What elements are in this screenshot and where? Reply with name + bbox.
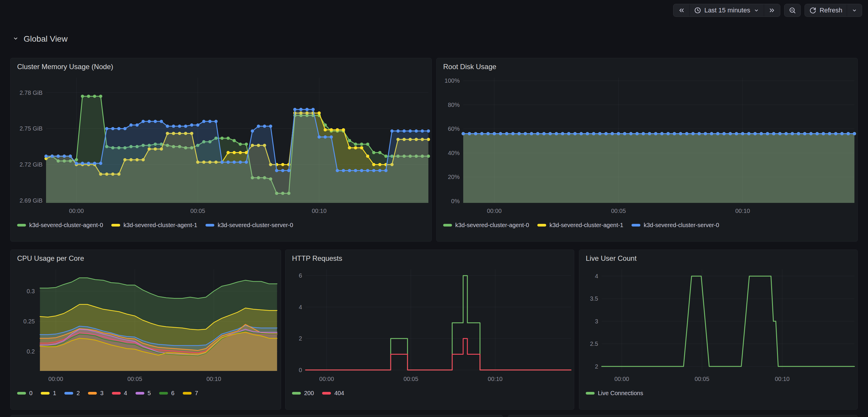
legend-item[interactable]: k3d-severed-cluster-server-0 (206, 222, 293, 229)
chart-area: 2.69 GiB2.72 GiB2.75 GiB2.78 GiB00:0000:… (11, 73, 431, 218)
svg-text:0.3: 0.3 (27, 288, 35, 294)
svg-text:00:00: 00:00 (614, 376, 629, 382)
legend-item[interactable]: 3 (88, 390, 103, 397)
legend-item[interactable]: 1 (41, 390, 56, 397)
svg-text:2.5: 2.5 (590, 340, 598, 347)
panel-title-cpu-per-core[interactable]: CPU Usage per Core (17, 254, 84, 263)
panel-title-cluster-memory[interactable]: Cluster Memory Usage (Node) (17, 63, 113, 71)
legend-swatch (88, 392, 97, 394)
legend-swatch (537, 224, 546, 227)
svg-text:00:00: 00:00 (487, 208, 502, 214)
legend-item[interactable]: 5 (135, 390, 151, 397)
legend-item[interactable]: k3d-severed-cluster-agent-1 (111, 222, 197, 229)
chart-cpu-per-core[interactable]: 0.20.250.300:0000:0500:10 (13, 265, 283, 386)
legend-label: 1 (53, 390, 56, 397)
panel-cpu-per-core: CPU Usage per Core0.20.250.300:0000:0500… (10, 249, 281, 410)
legend-label: Live Connections (598, 390, 643, 397)
chart-cluster-memory[interactable]: 2.69 GiB2.72 GiB2.75 GiB2.78 GiB00:0000:… (13, 73, 434, 218)
legend: k3d-severed-cluster-agent-0k3d-severed-c… (11, 218, 431, 235)
svg-text:00:05: 00:05 (611, 208, 626, 214)
svg-text:2.72 GiB: 2.72 GiB (20, 161, 42, 168)
svg-text:00:00: 00:00 (69, 208, 84, 214)
legend-item[interactable]: Live Connections (586, 390, 643, 397)
legend-item[interactable]: 6 (159, 390, 175, 397)
legend-label: k3d-severed-cluster-agent-0 (455, 222, 529, 229)
legend-label: 200 (304, 390, 314, 397)
legend-item[interactable]: k3d-severed-cluster-server-0 (631, 222, 719, 229)
time-picker-group: Last 15 minutes (673, 4, 780, 17)
row-global-view[interactable]: Global View (12, 34, 68, 44)
legend-label: 0 (29, 390, 32, 397)
svg-text:6: 6 (299, 272, 302, 279)
panel-title-root-disk[interactable]: Root Disk Usage (443, 63, 496, 71)
chart-root-disk[interactable]: 0%20%40%60%80%100%00:0000:0500:10 (439, 73, 860, 218)
legend-item[interactable]: k3d-severed-cluster-agent-0 (17, 222, 103, 229)
svg-text:00:05: 00:05 (404, 376, 418, 382)
legend-swatch (183, 392, 192, 394)
time-zoom-out-button[interactable] (784, 4, 800, 17)
svg-text:00:10: 00:10 (488, 376, 502, 382)
legend-item[interactable]: 4 (112, 390, 127, 397)
svg-text:100%: 100% (445, 78, 460, 84)
panel-title-live-user-count[interactable]: Live User Count (586, 254, 637, 263)
legend-item[interactable]: 7 (183, 390, 198, 397)
svg-text:00:00: 00:00 (319, 376, 334, 382)
legend-swatch (17, 224, 26, 227)
legend-label: k3d-severed-cluster-agent-1 (123, 222, 197, 229)
panel-header: Cluster Memory Usage (Node) (11, 58, 431, 73)
legend-label: 4 (124, 390, 127, 397)
legend-item[interactable]: 200 (292, 390, 314, 397)
time-shift-back-button[interactable] (674, 4, 689, 17)
svg-text:0.2: 0.2 (27, 348, 35, 355)
legend-swatch (135, 392, 144, 394)
panel-header: Root Disk Usage (437, 58, 857, 73)
legend-label: k3d-severed-cluster-server-0 (218, 222, 293, 229)
legend-swatch (631, 224, 640, 227)
legend-label: 7 (195, 390, 198, 397)
panel-root-disk: Root Disk Usage0%20%40%60%80%100%00:0000… (436, 58, 858, 242)
zoom-out-icon (789, 7, 796, 14)
panel-title-http-requests[interactable]: HTTP Requests (292, 254, 342, 263)
legend-label: k3d-severed-cluster-agent-0 (29, 222, 103, 229)
svg-text:2.78 GiB: 2.78 GiB (20, 89, 42, 96)
svg-text:4: 4 (299, 304, 302, 310)
svg-text:2: 2 (595, 363, 598, 370)
legend: Live Connections (579, 386, 857, 404)
svg-text:20%: 20% (448, 174, 460, 180)
refresh-interval-button[interactable] (847, 4, 862, 17)
legend-item[interactable]: k3d-severed-cluster-agent-0 (443, 222, 529, 229)
chart-area: 22.533.5400:0000:0500:10 (579, 265, 857, 386)
time-range-picker-button[interactable]: Last 15 minutes (689, 4, 764, 17)
refresh-label: Refresh (819, 7, 842, 13)
panel-live-user-count: Live User Count22.533.5400:0000:0500:10L… (579, 249, 858, 410)
time-shift-forward-button[interactable] (764, 4, 780, 17)
panel-cluster-memory: Cluster Memory Usage (Node)2.69 GiB2.72 … (10, 58, 432, 242)
legend-item[interactable]: 2 (64, 390, 80, 397)
legend-item[interactable]: 404 (322, 390, 344, 397)
legend-label: 3 (100, 390, 103, 397)
toolbar: Last 15 minutes Refresh (0, 0, 868, 20)
legend-item[interactable]: 0 (17, 390, 32, 397)
panel-partial-1 (10, 415, 503, 417)
panel-header: HTTP Requests (285, 250, 574, 265)
chevron-down-icon (753, 7, 760, 13)
panel-http-requests: HTTP Requests024600:0000:0500:10200404 (285, 249, 574, 410)
chart-live-user-count[interactable]: 22.533.5400:0000:0500:10 (582, 265, 860, 386)
svg-text:00:05: 00:05 (128, 376, 142, 382)
chevrons-right-icon (769, 7, 776, 14)
svg-text:00:00: 00:00 (49, 376, 63, 382)
svg-text:00:05: 00:05 (695, 376, 709, 382)
chart-http-requests[interactable]: 024600:0000:0500:10 (288, 265, 576, 386)
svg-text:40%: 40% (448, 150, 460, 156)
chart-area: 0%20%40%60%80%100%00:0000:0500:10 (437, 73, 857, 218)
legend-item[interactable]: k3d-severed-cluster-agent-1 (537, 222, 623, 229)
svg-text:0.25: 0.25 (23, 318, 35, 325)
refresh-button[interactable]: Refresh (805, 4, 847, 17)
svg-text:3.5: 3.5 (590, 295, 598, 302)
svg-text:3: 3 (595, 318, 598, 325)
row-title: Global View (24, 34, 68, 44)
legend-swatch (41, 392, 50, 394)
svg-text:0%: 0% (451, 198, 460, 204)
legend: 200404 (285, 386, 574, 404)
refresh-icon (809, 7, 816, 14)
